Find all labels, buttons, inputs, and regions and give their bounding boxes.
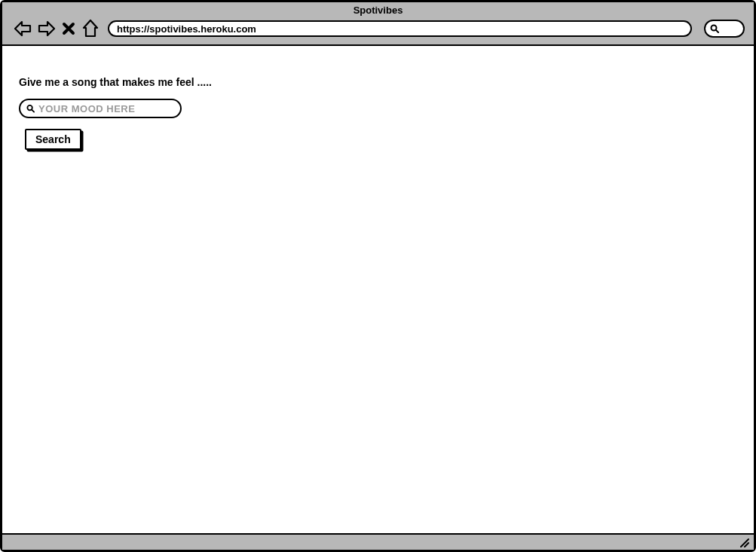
- home-button[interactable]: [81, 19, 100, 38]
- svg-line-1: [716, 30, 718, 32]
- svg-line-5: [745, 543, 748, 547]
- status-bar: [2, 533, 754, 550]
- url-bar[interactable]: [108, 20, 692, 37]
- browser-window: Spotivibes: [0, 0, 756, 552]
- window-title: Spotivibes: [2, 2, 754, 16]
- svg-line-4: [741, 539, 748, 547]
- search-icon: [710, 24, 719, 33]
- mood-input[interactable]: [38, 103, 174, 114]
- page-content: Give me a song that makes me feel ..... …: [2, 46, 754, 533]
- resize-grip-icon[interactable]: [739, 537, 749, 547]
- nav-bar: [2, 16, 754, 44]
- mood-input-container: [19, 99, 182, 118]
- svg-line-3: [32, 110, 34, 112]
- search-icon: [26, 104, 35, 113]
- prompt-label: Give me a song that makes me feel .....: [19, 76, 737, 88]
- stop-button[interactable]: [61, 19, 76, 38]
- back-button[interactable]: [13, 19, 32, 38]
- search-button[interactable]: Search: [25, 129, 81, 150]
- forward-button[interactable]: [37, 19, 57, 38]
- browser-chrome: Spotivibes: [2, 2, 754, 46]
- browser-search[interactable]: [704, 20, 745, 38]
